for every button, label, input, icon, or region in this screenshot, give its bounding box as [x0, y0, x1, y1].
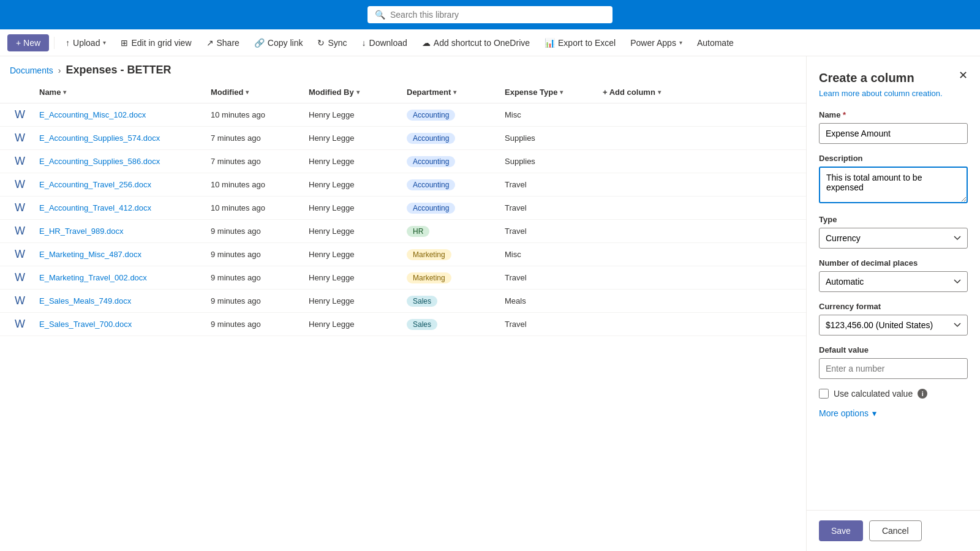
file-name[interactable]: E_Marketing_Misc_487.docx — [34, 245, 206, 264]
info-icon[interactable]: i — [918, 389, 927, 399]
file-modified: 10 minutes ago — [206, 198, 304, 217]
add-column-button[interactable]: + Add column ▾ — [598, 81, 671, 103]
decimal-select-wrapper: Automatic012345 — [819, 271, 968, 292]
name-field-input[interactable] — [819, 123, 968, 144]
list-header: Name ▾ Modified ▾ Modified By ▾ Departme… — [0, 81, 806, 103]
file-department: Marketing — [402, 244, 500, 265]
power-apps-chevron: ▾ — [679, 39, 682, 46]
upload-button[interactable]: ↑ Upload ▾ — [59, 34, 112, 51]
file-name[interactable]: E_Accounting_Supplies_574.docx — [34, 129, 206, 148]
file-icon-cell: W — [10, 150, 34, 173]
edit-grid-button[interactable]: ⊞ Edit in grid view — [115, 34, 197, 51]
calculated-value-label: Use calculated value — [834, 389, 913, 399]
col-name[interactable]: Name ▾ — [34, 81, 206, 103]
col-modified[interactable]: Modified ▾ — [206, 81, 304, 103]
file-modified-by: Henry Legge — [304, 315, 402, 334]
file-department: Sales — [402, 314, 500, 335]
search-box[interactable]: 🔍 — [368, 6, 612, 23]
file-extra — [598, 296, 671, 306]
table-row: W E_Accounting_Misc_102.docx 10 minutes … — [0, 103, 806, 127]
type-select-wrapper: CurrencySingle line of textMultiple line… — [819, 228, 968, 249]
file-modified: 9 minutes ago — [206, 315, 304, 334]
decimal-select[interactable]: Automatic012345 — [819, 271, 968, 292]
file-modified: 7 minutes ago — [206, 129, 304, 148]
new-button[interactable]: + New — [7, 34, 49, 51]
default-value-input[interactable] — [819, 358, 968, 379]
file-name[interactable]: E_Sales_Travel_700.docx — [34, 315, 206, 334]
table-row: W E_Sales_Travel_700.docx 9 minutes ago … — [0, 313, 806, 336]
word-icon: W — [15, 132, 25, 144]
panel-close-button[interactable]: ✕ — [956, 66, 970, 84]
create-column-panel: ✕ Create a column Learn more about colum… — [806, 56, 980, 551]
col-expense-type[interactable]: Expense Type ▾ — [500, 81, 598, 103]
description-field-textarea[interactable]: This is total amount to be expensed — [819, 167, 968, 203]
download-icon: ↓ — [362, 38, 366, 48]
cancel-button[interactable]: Cancel — [869, 520, 922, 541]
sync-button[interactable]: ↻ Sync — [311, 34, 353, 51]
file-icon-cell: W — [10, 313, 34, 335]
file-name[interactable]: E_Accounting_Travel_412.docx — [34, 198, 206, 217]
power-apps-button[interactable]: Power Apps ▾ — [624, 34, 688, 51]
decimal-field-label: Number of decimal places — [819, 258, 968, 268]
shortcut-icon: ☁ — [422, 38, 431, 48]
file-expense-type: Travel — [500, 315, 598, 334]
file-modified-by: Henry Legge — [304, 268, 402, 287]
type-select[interactable]: CurrencySingle line of textMultiple line… — [819, 228, 968, 249]
file-name[interactable]: E_Accounting_Travel_256.docx — [34, 175, 206, 194]
automate-button[interactable]: Automate — [691, 34, 740, 51]
panel-title: Create a column — [819, 71, 968, 85]
more-options-button[interactable]: More options ▾ — [819, 408, 968, 418]
calculated-value-row: Use calculated value i — [819, 389, 968, 399]
copy-link-button[interactable]: 🔗 Copy link — [248, 34, 309, 51]
table-row: W E_Marketing_Misc_487.docx 9 minutes ag… — [0, 243, 806, 266]
file-icon-cell: W — [10, 127, 34, 149]
table-row: W E_Accounting_Supplies_586.docx 7 minut… — [0, 150, 806, 173]
file-modified: 9 minutes ago — [206, 291, 304, 310]
file-name[interactable]: E_Marketing_Travel_002.docx — [34, 268, 206, 287]
file-department: Accounting — [402, 198, 500, 219]
separator-1 — [54, 37, 55, 49]
add-shortcut-button[interactable]: ☁ Add shortcut to OneDrive — [416, 34, 536, 51]
file-modified-by: Henry Legge — [304, 245, 402, 264]
currency-format-select[interactable]: $123,456.00 (United States)€123,456.00 (… — [819, 315, 968, 335]
word-icon: W — [15, 155, 25, 167]
file-modified: 7 minutes ago — [206, 152, 304, 171]
file-name[interactable]: E_Accounting_Misc_102.docx — [34, 105, 206, 124]
file-expense-type: Supplies — [500, 152, 598, 171]
share-button[interactable]: ↗ Share — [200, 34, 246, 51]
file-modified: 10 minutes ago — [206, 105, 304, 124]
file-name[interactable]: E_Accounting_Supplies_586.docx — [34, 152, 206, 171]
top-bar: 🔍 — [0, 0, 980, 29]
file-extra — [598, 273, 671, 283]
file-extra — [598, 133, 671, 143]
file-department: Accounting — [402, 151, 500, 172]
table-row: W E_Accounting_Travel_256.docx 10 minute… — [0, 173, 806, 197]
file-department: HR — [402, 221, 500, 242]
calculated-value-checkbox[interactable] — [819, 389, 829, 399]
file-rows: W E_Accounting_Misc_102.docx 10 minutes … — [0, 103, 806, 336]
search-icon: 🔍 — [375, 10, 385, 20]
panel-subtitle[interactable]: Learn more about column creation. — [819, 89, 968, 98]
table-row: W E_Marketing_Travel_002.docx 9 minutes … — [0, 266, 806, 290]
main-content: Documents › Expenses - BETTER Name ▾ Mod… — [0, 56, 980, 551]
file-extra — [598, 250, 671, 260]
excel-icon: 📊 — [545, 38, 555, 48]
search-input[interactable] — [390, 10, 605, 20]
share-icon: ↗ — [206, 38, 214, 48]
col-modified-by[interactable]: Modified By ▾ — [304, 81, 402, 103]
table-row: W E_Accounting_Supplies_574.docx 7 minut… — [0, 127, 806, 150]
file-expense-type: Travel — [500, 198, 598, 217]
download-button[interactable]: ↓ Download — [356, 34, 413, 51]
file-icon-cell: W — [10, 290, 34, 312]
save-button[interactable]: Save — [819, 520, 863, 541]
export-excel-button[interactable]: 📊 Export to Excel — [538, 34, 622, 51]
currency-format-label: Currency format — [819, 302, 968, 311]
col-department[interactable]: Department ▾ — [402, 81, 500, 103]
breadcrumb-root[interactable]: Documents — [10, 66, 53, 75]
file-icon-cell: W — [10, 220, 34, 242]
file-extra — [598, 110, 671, 120]
file-name[interactable]: E_Sales_Meals_749.docx — [34, 291, 206, 310]
breadcrumb-separator: › — [58, 66, 61, 75]
file-expense-type: Meals — [500, 291, 598, 310]
file-name[interactable]: E_HR_Travel_989.docx — [34, 222, 206, 241]
